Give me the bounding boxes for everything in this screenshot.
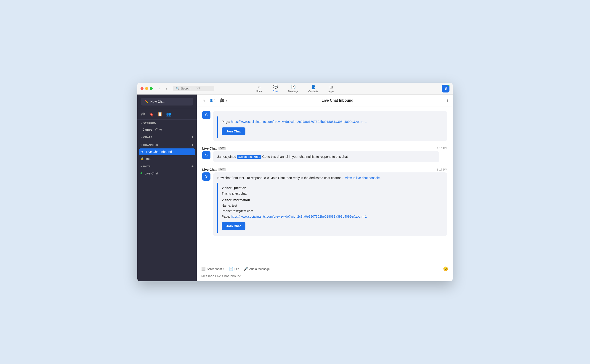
threads-icon-btn[interactable]: 📋	[158, 112, 162, 117]
nav-contacts[interactable]: 👤 Contacts	[306, 84, 320, 94]
starred-item-james[interactable]: James (You)	[137, 126, 197, 133]
starred-chevron-icon: ▾	[140, 122, 142, 125]
bots-label: BOTS	[143, 165, 151, 168]
message-block-1: S Page: https://www.socialintents.com/pr…	[202, 111, 447, 141]
chats-section-header[interactable]: ▾ CHATS +	[137, 133, 197, 141]
bookmarks-icon-btn[interactable]: 🔖	[149, 112, 154, 117]
search-shortcut: ⌘F	[196, 87, 200, 90]
chat-input-area	[197, 273, 453, 281]
james-you-label: (You)	[154, 128, 162, 131]
back-button[interactable]: ‹	[157, 86, 163, 91]
chat-icon: 💬	[273, 84, 278, 90]
time-2: 8:15 PM	[437, 147, 447, 150]
search-label: Search	[181, 87, 190, 90]
star-button[interactable]: ☆	[201, 97, 206, 104]
home-icon: ⌂	[258, 84, 260, 89]
nav-meetings[interactable]: 🕐 Meetings	[286, 84, 300, 94]
chat-input[interactable]	[201, 274, 448, 278]
nav-chat-label: Chat	[273, 90, 278, 93]
visitor-phone: Phone: test@test.com	[222, 208, 439, 214]
channels-section-header[interactable]: ▾ CHANNELS +	[137, 141, 197, 149]
user-avatar[interactable]: S	[442, 85, 450, 92]
message-bubble-3: New chat from test. To respond, click Jo…	[213, 172, 447, 236]
forward-button[interactable]: ›	[164, 86, 170, 91]
bots-section-header[interactable]: ▾ BOTS +	[137, 162, 197, 170]
lock-icon: 🔒	[140, 157, 144, 160]
maximize-button[interactable]	[150, 87, 153, 90]
minimize-button[interactable]	[145, 87, 148, 90]
avatar-initial: S	[444, 87, 447, 91]
starred-label: STARRED	[143, 122, 156, 125]
nav-home[interactable]: ⌂ Home	[254, 84, 264, 93]
message-row-2: S James joined @chat-test-6869 Go to thi…	[202, 151, 447, 162]
app-window: ‹ › 🔍 Search ⌘F ⌂ Home 💬 Chat 🕐 Meetings…	[137, 83, 453, 281]
nav-chat[interactable]: 💬 Chat	[271, 84, 280, 94]
channel-test[interactable]: 🔒 test	[137, 155, 197, 162]
page-label-1: Page:	[222, 120, 231, 124]
nav-apps[interactable]: ⊞ Apps	[326, 84, 336, 94]
nav-arrows: ‹ ›	[157, 86, 170, 91]
search-bar[interactable]: 🔍 Search ⌘F	[173, 86, 214, 91]
starred-section-header[interactable]: ▾ STARRED	[137, 120, 197, 126]
chat-toolbar: ⬜ Screenshot ▾ 📄 File 🎤 Audio Message 🙂	[197, 264, 453, 273]
message-intro-3: New chat from test. To respond, click Jo…	[217, 176, 443, 180]
channel-live-chat-inbound[interactable]: # Live Chat Inbound	[139, 149, 195, 155]
visitor-question-value: This is a test chat	[222, 191, 439, 196]
nav-meetings-label: Meetings	[288, 90, 298, 93]
bot-name: Live Chat	[145, 171, 158, 175]
audio-label: Audio Message	[249, 267, 270, 271]
message-content-3: New chat from test. To respond, click Jo…	[213, 172, 447, 236]
message-more-2[interactable]: ···	[444, 154, 447, 159]
page-url-3[interactable]: https://www.socialintents.com/preview.do…	[231, 215, 367, 218]
bot-avatar-2: S	[202, 151, 211, 159]
new-chat-button[interactable]: ✏️ New Chat	[141, 98, 193, 105]
screenshot-icon: ⬜	[201, 267, 206, 271]
message-row-1: S Page: https://www.socialintents.com/pr…	[202, 111, 447, 141]
people-icon-btn[interactable]: 👥	[166, 112, 171, 117]
message-text-2: James joined @chat-test-6869 Go to this …	[217, 154, 435, 159]
chats-chevron-icon: ▾	[140, 136, 142, 139]
members-count[interactable]: 👤 1	[210, 99, 216, 102]
add-chat-button[interactable]: +	[192, 135, 193, 139]
mention-chat-test: @chat-test-6869	[237, 155, 261, 159]
channels-chevron-icon: ▾	[140, 144, 142, 146]
info-button[interactable]: ℹ	[447, 98, 448, 103]
file-button[interactable]: 📄 File	[229, 267, 239, 271]
traffic-lights	[140, 87, 153, 90]
audio-button[interactable]: 🎤 Audio Message	[244, 267, 270, 271]
join-chat-button-1[interactable]: Join Chat	[222, 127, 245, 135]
sender-3: Live Chat	[202, 168, 217, 171]
chats-label: CHATS	[143, 136, 152, 139]
page-url-1[interactable]: https://www.socialintents.com/preview.do…	[231, 120, 367, 124]
message-row-3: S New chat from test. To respond, click …	[202, 172, 447, 236]
visitor-question-label: Visitor Question	[222, 186, 246, 190]
video-button[interactable]: 🎥 ▾	[219, 97, 228, 104]
join-chat-button-3[interactable]: Join Chat	[222, 222, 245, 230]
contacts-icon: 👤	[311, 84, 316, 90]
chat-header-left: ☆ 👤 1 🎥 ▾	[201, 97, 228, 104]
message-content-2: James joined @chat-test-6869 Go to this …	[213, 151, 439, 162]
nav-home-label: Home	[256, 90, 263, 92]
chat-panel: ☆ 👤 1 🎥 ▾ Live Chat Inbound ℹ S	[197, 95, 453, 281]
add-channel-button[interactable]: +	[192, 143, 193, 147]
new-chat-label: New Chat	[150, 100, 164, 104]
emoji-button[interactable]: 🙂	[443, 266, 448, 271]
bots-chevron-icon: ▾	[140, 165, 142, 168]
member-icon: 👤	[210, 99, 213, 102]
chats-section: ▾ CHATS +	[137, 133, 197, 141]
console-link[interactable]: View in live chat console.	[345, 176, 381, 180]
info-card-3: Visitor Question This is a test chat Vis…	[217, 183, 443, 233]
screenshot-button[interactable]: ⬜ Screenshot ▾	[201, 267, 224, 271]
message-block-2: Live Chat BOT 8:15 PM S James joined @ch…	[202, 147, 447, 162]
add-bot-button[interactable]: +	[192, 164, 193, 169]
james-name: James	[143, 128, 152, 131]
mentions-icon-btn[interactable]: @	[141, 112, 145, 117]
close-button[interactable]	[140, 87, 144, 90]
titlebar-right: S	[442, 85, 450, 92]
hash-icon: #	[141, 150, 143, 154]
bot-avatar-1: S	[202, 111, 211, 119]
chat-title: Live Chat Inbound	[228, 98, 447, 103]
bot-badge-3: BOT	[219, 168, 226, 171]
nav-apps-label: Apps	[328, 90, 334, 93]
bot-live-chat[interactable]: Live Chat	[137, 170, 197, 177]
